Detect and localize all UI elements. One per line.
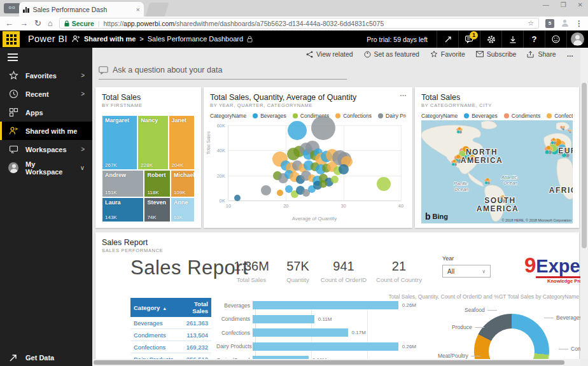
tile-title: Total Sales	[421, 93, 573, 102]
home-icon[interactable]: ⌂	[48, 19, 53, 27]
envelope-icon	[476, 51, 484, 57]
tile-options-button[interactable]: …	[400, 90, 407, 97]
view-related-button[interactable]: View related	[306, 50, 353, 58]
window-maximize-button[interactable]: ❐	[561, 1, 566, 8]
sidebar-item-my-workspace[interactable]: My Workspace ∨	[0, 158, 92, 177]
bing-map-canvas[interactable]: NORTHAMERICASOUTHAMERICAAFRICAEUROPEPaci…	[421, 120, 573, 223]
treemap-node-anne[interactable]: Anne63K	[171, 197, 195, 222]
bubble-point[interactable]	[277, 190, 283, 196]
feedback-button[interactable]	[545, 31, 566, 48]
svg-text:AMERICA: AMERICA	[461, 156, 503, 165]
apps-grid-icon	[8, 108, 18, 118]
treemap-node-andrew[interactable]: Andrew151K	[102, 170, 144, 198]
chevron-right-icon[interactable]: >	[81, 90, 85, 97]
breadcrumb-shared-with-me[interactable]: Shared with me	[84, 35, 136, 43]
notifications-button[interactable]: 1	[458, 31, 480, 48]
horizontal-scrollbar-thumb[interactable]	[94, 360, 564, 365]
tile-total-sales-by-firstname[interactable]: Total Sales BY FIRSTNAME Margaret267KNan…	[95, 87, 201, 228]
reload-icon[interactable]: ↻	[34, 19, 41, 27]
back-icon[interactable]: ←	[5, 19, 13, 27]
bubble-point[interactable]	[311, 116, 335, 140]
window-close-button[interactable]: ✕	[578, 1, 583, 8]
bubble-point[interactable]	[331, 176, 339, 183]
svg-text:AFRICA: AFRICA	[549, 186, 573, 195]
y-axis-title: Total Sales	[206, 131, 211, 155]
svg-text:EUROPE: EUROPE	[558, 146, 573, 155]
legend-dot	[253, 113, 258, 118]
account-button[interactable]	[566, 31, 588, 48]
tile-sales-report[interactable]: Sales Report SALES PERFORMANCE Sales Rep…	[95, 232, 579, 366]
extension-icon[interactable]: 5	[545, 19, 554, 28]
secure-badge[interactable]: Secure	[64, 20, 94, 27]
svg-text:NORTH: NORTH	[466, 148, 498, 157]
browser-menu-icon[interactable]: ⋮	[575, 19, 583, 28]
my-workspace-avatar	[8, 163, 18, 173]
treemap-node-michael[interactable]: Michael109K	[171, 170, 195, 198]
bubble-point[interactable]	[261, 185, 271, 195]
svg-text:Pacific: Pacific	[454, 181, 468, 187]
treemap-node-steven[interactable]: Steven74K	[144, 197, 170, 222]
donut-callout-beverages: Beverages	[544, 314, 582, 321]
vertical-scrollbar-thumb[interactable]	[582, 83, 587, 248]
forward-icon[interactable]: →	[20, 19, 28, 27]
sidebar-item-favorites[interactable]: Favorites >	[0, 66, 92, 85]
more-options-button[interactable]: …	[567, 50, 575, 58]
legend-item: Condiments	[504, 113, 540, 119]
set-as-featured-button[interactable]: Set as featured	[364, 50, 419, 58]
browser-window-icon[interactable]: oo	[4, 3, 20, 13]
powerbi-brand[interactable]: Power BI	[28, 34, 67, 44]
subscribe-button[interactable]: Subscribe	[476, 50, 517, 58]
workspaces-icon	[8, 144, 18, 155]
sidebar-item-apps[interactable]: Apps	[0, 103, 92, 122]
tab-close-icon[interactable]: ×	[136, 6, 140, 13]
new-tab-button[interactable]	[145, 3, 169, 17]
sidebar-item-recent[interactable]: Recent >	[0, 85, 92, 103]
settings-button[interactable]	[480, 31, 501, 48]
left-navigation-pane: Favorites > Recent > Apps Shared with me…	[0, 48, 92, 366]
bubble-point[interactable]	[339, 164, 349, 174]
svg-text:SOUTH: SOUTH	[484, 196, 516, 205]
treemap-node-label: Anne	[174, 199, 188, 206]
treemap-node-nancy[interactable]: Nancy228K	[137, 115, 168, 170]
breadcrumb-dashboard-name[interactable]: Sales Performance Dashboard	[148, 35, 243, 43]
url-omnibox[interactable]: Secure | https://app.powerbi.com/sharedw…	[59, 18, 539, 29]
qna-search-box[interactable]: Ask a question about your data	[99, 66, 347, 80]
horizontal-scrollbar[interactable]	[92, 359, 580, 366]
browser-profile-icon[interactable]	[561, 19, 569, 27]
bubble-point[interactable]	[319, 180, 327, 188]
app-launcher-icon[interactable]	[3, 31, 20, 47]
bubble-point[interactable]	[234, 195, 241, 201]
tab-title: Sales Performance Dash	[33, 6, 134, 13]
vertical-scrollbar[interactable]	[580, 48, 588, 366]
download-button[interactable]	[501, 31, 523, 48]
fullscreen-button[interactable]	[437, 31, 458, 48]
tile-sales-quantity-bubble[interactable]: Total Sales, Quantity, Average of Quanti…	[204, 87, 412, 228]
bubble-point[interactable]	[377, 177, 391, 191]
chevron-down-icon[interactable]: ∨	[80, 164, 85, 171]
treemap-node-margaret[interactable]: Margaret267K	[102, 115, 137, 170]
treemap-node-laura[interactable]: Laura143K	[102, 197, 144, 222]
get-data-button[interactable]: Get Data	[0, 349, 92, 366]
treemap-node-janet[interactable]: Janet204K	[169, 115, 195, 170]
tile-total-sales-map[interactable]: Total Sales BY CATEGORYNAME, CITY Catego…	[415, 87, 579, 228]
sidebar-item-workspaces[interactable]: Workspaces >	[0, 140, 92, 158]
chevron-right-icon[interactable]: >	[81, 72, 85, 79]
donut-callout-meat-poultry: Meat/Poultry	[438, 353, 480, 359]
donut-ring[interactable]	[474, 314, 549, 366]
legend-dot	[464, 113, 469, 118]
hamburger-menu-icon[interactable]	[8, 53, 18, 61]
bing-logo[interactable]: bBing	[425, 211, 448, 222]
window-minimize-button[interactable]: —	[543, 1, 549, 8]
lock-icon	[247, 36, 253, 43]
browser-tab[interactable]: Sales Performance Dash ×	[19, 2, 144, 17]
legend-item: Confections	[547, 113, 573, 119]
sidebar-item-shared-with-me[interactable]: Shared with me	[0, 122, 92, 140]
clock-icon	[8, 89, 18, 99]
chevron-right-icon[interactable]: >	[81, 146, 85, 153]
favorite-button[interactable]: Favorite	[430, 50, 465, 58]
share-button[interactable]: Share	[527, 50, 556, 58]
treemap-node-robert[interactable]: Robert118K	[144, 170, 170, 198]
bubble-point[interactable]	[288, 121, 307, 140]
help-button[interactable]: ?	[523, 31, 545, 48]
bookmark-star-icon[interactable]: ☆	[528, 19, 534, 27]
